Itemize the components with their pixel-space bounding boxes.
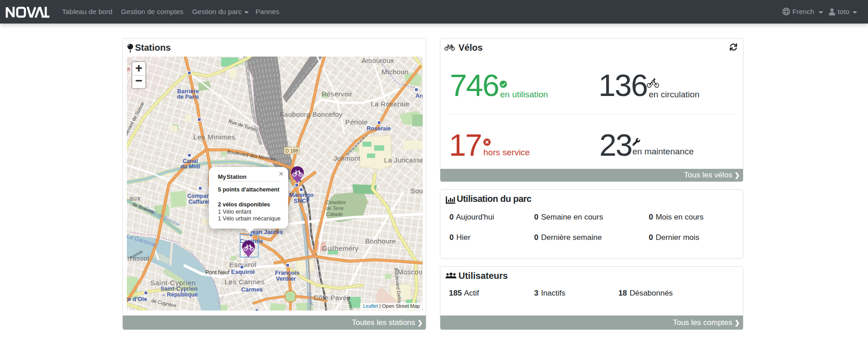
svg-text:Cimetière: Cimetière	[326, 200, 346, 205]
svg-text:h: h	[127, 67, 130, 72]
svg-text:Jolimont: Jolimont	[333, 154, 360, 162]
svg-text:Compans: Compans	[188, 193, 213, 199]
svg-text:Capitole: Capitole	[240, 238, 263, 244]
svg-text:Carmes: Carmes	[241, 286, 263, 293]
svg-text:Faubourg Bonnefoy: Faubourg Bonnefoy	[280, 110, 343, 118]
svg-text:La Juncasse: La Juncasse	[384, 156, 423, 164]
svg-text:Verdier: Verdier	[276, 275, 296, 282]
svg-text:Réservoir: Réservoir	[322, 90, 352, 98]
svg-text:du Midi: du Midi	[180, 163, 200, 170]
svg-text:SNCF: SNCF	[294, 197, 309, 204]
svg-text:Côte Pavée: Côte Pavée	[313, 294, 351, 301]
svg-text:Les Carmes: Les Carmes	[225, 278, 265, 286]
svg-text:Saint-Cyprien: Saint-Cyprien	[160, 286, 197, 292]
svg-text:Amouroux: Amouroux	[362, 57, 394, 64]
svg-text:Moscou: Moscou	[398, 268, 423, 276]
svg-text:aux: aux	[129, 194, 140, 202]
svg-text:Soup: Soup	[410, 187, 423, 195]
svg-text:Bonhoure: Bonhoure	[365, 237, 396, 245]
svg-text:Roseraie: Roseraie	[367, 125, 391, 132]
svg-text:Périole: Périole	[345, 118, 368, 126]
svg-text:Caffarell: Caffarell	[188, 199, 211, 205]
svg-text:tte d'Oie: tte d'Oie	[127, 296, 147, 302]
svg-text:La Roseraie: La Roseraie	[371, 100, 409, 108]
svg-text:Guilheméry: Guilheméry	[322, 244, 359, 252]
svg-text:D 188: D 188	[285, 148, 298, 153]
svg-text:Les Minimes: Les Minimes	[193, 133, 236, 141]
svg-text:Cabade: Cabade	[326, 211, 343, 217]
svg-text:de Terre: de Terre	[326, 206, 344, 211]
svg-text:Pont Neuf: Pont Neuf	[205, 269, 230, 276]
svg-text:Michoun: Michoun	[381, 68, 409, 76]
svg-text:Esquirol: Esquirol	[231, 268, 255, 275]
svg-text:de Paris: de Paris	[177, 94, 199, 100]
svg-text:– République: – République	[162, 292, 198, 298]
svg-text:Argoule: Argoule	[415, 93, 423, 99]
svg-text:Jean Jaurès: Jean Jaurès	[249, 229, 283, 235]
